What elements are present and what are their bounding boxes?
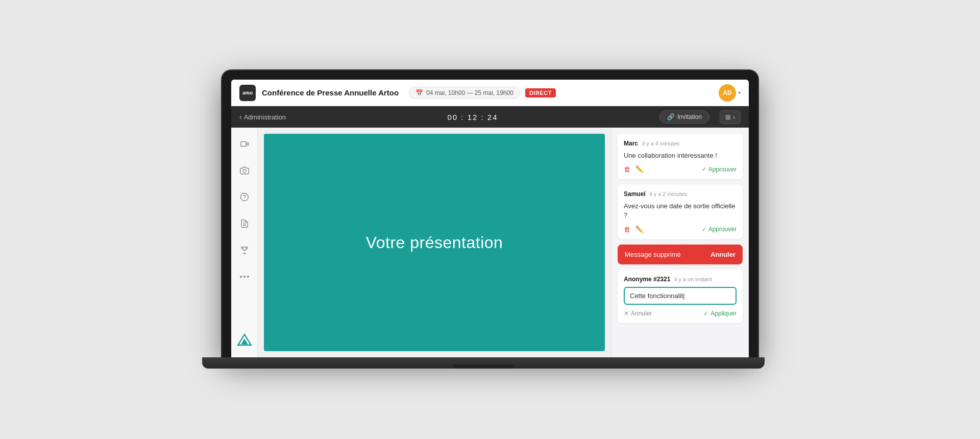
comment-actions-2: 🗑 ✏️ ✓ Approuver: [624, 226, 737, 233]
comment-text-1: Une collaboration intéressante !: [624, 151, 737, 160]
layout-icon: ⊞ ›: [725, 113, 735, 121]
comment-author-1: Marc: [624, 140, 638, 147]
laptop-wrapper: artoo Conférence de Presse Annuelle Arto…: [222, 70, 758, 369]
sidebar-bottom: [236, 333, 253, 349]
comment-text-2: Avez-vous une date de sortie officielle …: [624, 202, 737, 220]
approve-button-2[interactable]: ✓ Approuver: [702, 226, 737, 233]
sidebar-trophy-icon[interactable]: [236, 242, 253, 258]
timer-display: 00 : 12 : 24: [296, 113, 649, 121]
back-button[interactable]: ‹ Administration: [239, 113, 286, 121]
svg-point-9: [243, 276, 246, 278]
comment-card-2: Samuel il y a 2 minutes Avez-vous une da…: [618, 184, 743, 239]
layout-button[interactable]: ⊞ ›: [720, 110, 741, 124]
invite-label: Invitation: [677, 113, 702, 120]
sidebar-camera-icon[interactable]: [236, 162, 253, 179]
back-label: Administration: [244, 113, 286, 121]
edit-icon-2[interactable]: ✏️: [635, 226, 644, 233]
comment-card-1: Marc il y a 4 minutes Une collaboration …: [618, 134, 743, 179]
cancel-edit-button[interactable]: ✕ Annuler: [624, 310, 652, 317]
sub-header: ‹ Administration 00 : 12 : 24 🔗 Invitati…: [231, 106, 749, 128]
sidebar-more-icon[interactable]: [236, 269, 253, 285]
page-title: Conférence de Presse Annuelle Artoo: [262, 88, 399, 97]
presentation-area: Votre présentation: [264, 134, 605, 351]
invite-button[interactable]: 🔗 Invitation: [659, 110, 709, 124]
sidebar-clipboard-icon[interactable]: [236, 215, 253, 232]
approve-button-1[interactable]: ✓ Approuver: [702, 166, 737, 173]
edit-author: Anonyme #2321: [624, 276, 670, 283]
laptop-screen: artoo Conférence de Presse Annuelle Arto…: [222, 70, 758, 357]
edit-actions: ✕ Annuler ✓ Appliquer: [624, 310, 737, 317]
edit-meta: Anonyme #2321 il y a un instant: [624, 276, 737, 283]
x-icon: ✕: [624, 310, 629, 317]
edit-time: il y a un instant: [674, 276, 712, 282]
comment-time-2: il y a 2 minutes: [650, 191, 687, 197]
main-content: Votre présentation Marc il y a 4 minutes…: [231, 128, 749, 357]
check-icon: ✓: [703, 310, 708, 317]
svg-rect-0: [240, 142, 246, 147]
comment-meta-2: Samuel il y a 2 minutes: [624, 190, 737, 198]
logo-text: artoo: [242, 90, 253, 95]
sidebar-help-icon[interactable]: [236, 189, 253, 205]
laptop-base: [202, 357, 765, 369]
svg-point-3: [240, 193, 248, 201]
presentation-text: Votre présentation: [366, 233, 503, 252]
app-header: artoo Conférence de Presse Annuelle Arto…: [231, 80, 749, 106]
avatar[interactable]: AD: [719, 84, 736, 102]
undo-delete-button[interactable]: Annuler: [710, 251, 736, 258]
edit-icon-1[interactable]: ✏️: [635, 165, 644, 173]
comment-meta-1: Marc il y a 4 minutes: [624, 140, 737, 147]
back-arrow-icon: ‹: [239, 113, 242, 121]
comment-time-1: il y a 4 minutes: [642, 140, 679, 147]
comment-actions-1: 🗑 ✏️ ✓ Approuver: [624, 165, 737, 173]
svg-point-10: [247, 276, 249, 278]
deleted-text: Message supprimé: [625, 251, 681, 258]
calendar-icon: 📅: [415, 89, 423, 96]
edit-input[interactable]: [624, 287, 737, 305]
date-range: 04 mai, 10h00 — 25 mai, 19h00: [426, 89, 513, 96]
svg-point-2: [243, 169, 246, 173]
artoo-brand-icon: [236, 333, 253, 349]
comment-author-2: Samuel: [624, 190, 646, 198]
edit-card: Anonyme #2321 il y a un instant ✕ Annule…: [618, 270, 743, 323]
right-panel: Marc il y a 4 minutes Une collaboration …: [611, 128, 749, 357]
svg-marker-12: [241, 338, 248, 344]
deleted-message-card: Message supprimé Annuler: [618, 245, 743, 264]
app-window: artoo Conférence de Presse Annuelle Arto…: [231, 80, 749, 357]
link-icon: 🔗: [667, 113, 675, 120]
direct-badge: DIRECT: [525, 88, 556, 97]
apply-button[interactable]: ✓ Appliquer: [703, 310, 737, 317]
app-logo: artoo: [239, 85, 256, 101]
sidebar-video-icon[interactable]: [236, 136, 253, 152]
svg-point-8: [240, 276, 242, 278]
delete-icon-2[interactable]: 🗑: [624, 226, 630, 233]
date-badge: 📅 04 mai, 10h00 — 25 mai, 19h00: [409, 87, 520, 99]
chevron-down-icon[interactable]: ▾: [738, 90, 741, 95]
delete-icon-1[interactable]: 🗑: [624, 165, 630, 173]
left-sidebar: [231, 128, 258, 357]
